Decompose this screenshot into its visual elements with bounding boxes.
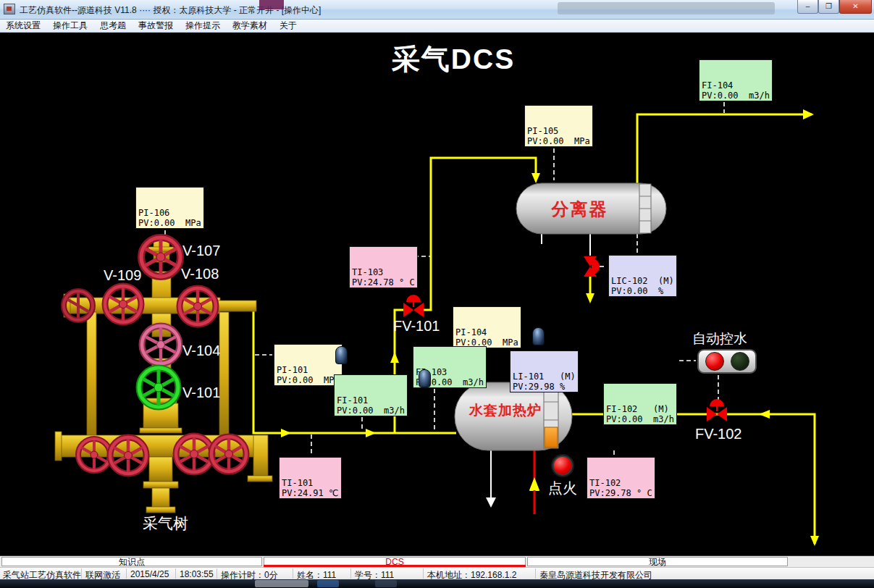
instrument-tag-pi106: PI-106PV:0.00 MPa xyxy=(135,187,204,229)
status-date: 2015/4/25 xyxy=(130,569,169,579)
tree-label: 采气树 xyxy=(143,513,188,534)
green-lamp-off xyxy=(731,352,749,371)
label-fv102: FV-102 xyxy=(695,426,741,442)
instrument-tag-pi101: PI-101PV:0.00 MPa xyxy=(274,344,343,386)
label-v109: V-109 xyxy=(104,267,141,284)
alarm-lamp-icon xyxy=(532,327,545,345)
instrument-tag-pi104: PI-104PV:0.00 MPa xyxy=(453,306,521,348)
status-time: 18:03:55 xyxy=(180,569,214,579)
instrument-tag-li101[interactable]: LI-101 (M)PV:29.98 % xyxy=(510,350,579,392)
label-v104: V-104 xyxy=(182,343,220,359)
red-lamp-on xyxy=(705,352,724,371)
taskbar-icon xyxy=(375,580,397,587)
piping-diagram xyxy=(0,33,874,555)
auto-water-label: 自动控水 xyxy=(692,329,747,348)
control-valve-fv101[interactable] xyxy=(403,295,424,317)
instrument-tag-ti102: TI-102PV:29.78 ° C xyxy=(587,457,655,499)
tab-site[interactable]: 现场 xyxy=(527,557,788,566)
alarm-lamp-icon xyxy=(419,369,431,387)
valve-v104-handwheel[interactable] xyxy=(142,326,180,364)
drain-arrow xyxy=(486,497,496,508)
minimize-button[interactable]: – xyxy=(797,0,818,14)
status-bar: 采气站工艺仿真软件 联网激活 2015/4/25 18:03:55 操作计时：0… xyxy=(0,567,874,579)
ignition-flow-arrow xyxy=(529,477,539,490)
valve-v107-handwheel[interactable] xyxy=(141,238,180,277)
alarm-lamp-icon xyxy=(335,346,348,364)
menu-item-teaching-material[interactable]: 教学素材 xyxy=(232,20,267,32)
menu-item-questions[interactable]: 思考题 xyxy=(100,20,126,32)
dcs-canvas: 采气DCS xyxy=(0,33,874,555)
label-v108: V-108 xyxy=(181,266,219,282)
background-window-artifact xyxy=(558,2,775,14)
wellhead-tree xyxy=(55,238,272,513)
ignite-button[interactable] xyxy=(552,455,573,476)
menu-item-accident-alarm[interactable]: 事故警报 xyxy=(138,20,173,32)
instrument-tag-fi102[interactable]: FI-102 (M)PV:0.00 m3/h xyxy=(603,383,677,425)
taskbar-icon xyxy=(255,580,308,587)
label-fv101: FV-101 xyxy=(393,318,440,335)
menu-bar: 系统设置 操作工具 思考题 事故警报 操作提示 教学素材 关于 xyxy=(0,20,874,33)
close-button[interactable]: ✕ xyxy=(839,0,872,14)
instrument-tag-fi104: FI-104PV:0.00 m3/h xyxy=(699,59,773,101)
ignite-label: 点火 xyxy=(548,479,577,498)
instrument-tag-fi101: FI-101PV:0.00 m3/h xyxy=(334,374,408,416)
tab-knowledge[interactable]: 知识点 xyxy=(1,557,262,566)
instrument-tag-pi105: PI-105PV:0.00 MPa xyxy=(524,105,593,147)
control-valve-fv102[interactable] xyxy=(707,399,727,421)
instrument-tag-lic102[interactable]: LIC-102 (M)PV:0.00 % xyxy=(608,255,677,297)
heater-label: 水套加热炉 xyxy=(458,401,552,420)
menu-item-about[interactable]: 关于 xyxy=(280,20,297,32)
os-taskbar-edge xyxy=(0,579,874,588)
instrument-tag-ti103: TI-103PV:24.78 ° C xyxy=(349,246,418,288)
label-v101: V-101 xyxy=(182,385,220,401)
maximize-button[interactable]: ❐ xyxy=(818,0,839,14)
menu-item-operation-tools[interactable]: 操作工具 xyxy=(53,20,88,32)
control-valve-lic102[interactable] xyxy=(584,256,600,277)
separator-label: 分离器 xyxy=(516,198,643,221)
title-bar: 工艺仿真软件--源道科技 V11.8 ···· 授权：太原科技大学 - 正常开井… xyxy=(0,0,874,20)
application-window: 工艺仿真软件--源道科技 V11.8 ···· 授权：太原科技大学 - 正常开井… xyxy=(0,0,874,588)
label-v107: V-107 xyxy=(182,243,220,259)
tab-bar: 知识点 DCS 现场 xyxy=(0,555,874,567)
heater-level-gauge xyxy=(545,427,558,448)
menu-item-operation-tips[interactable]: 操作提示 xyxy=(185,20,220,32)
taskbar-icon xyxy=(317,580,339,587)
auto-water-indicator[interactable] xyxy=(697,349,757,374)
valve-v101-handwheel[interactable] xyxy=(139,368,178,407)
instrument-tag-ti101: TI-101PV:24.91 ℃ xyxy=(279,457,342,499)
menu-item-system-settings[interactable]: 系统设置 xyxy=(6,20,41,32)
app-icon xyxy=(4,4,15,14)
window-controls: – ❐ ✕ xyxy=(797,0,872,14)
background-window-artifact xyxy=(259,0,284,9)
